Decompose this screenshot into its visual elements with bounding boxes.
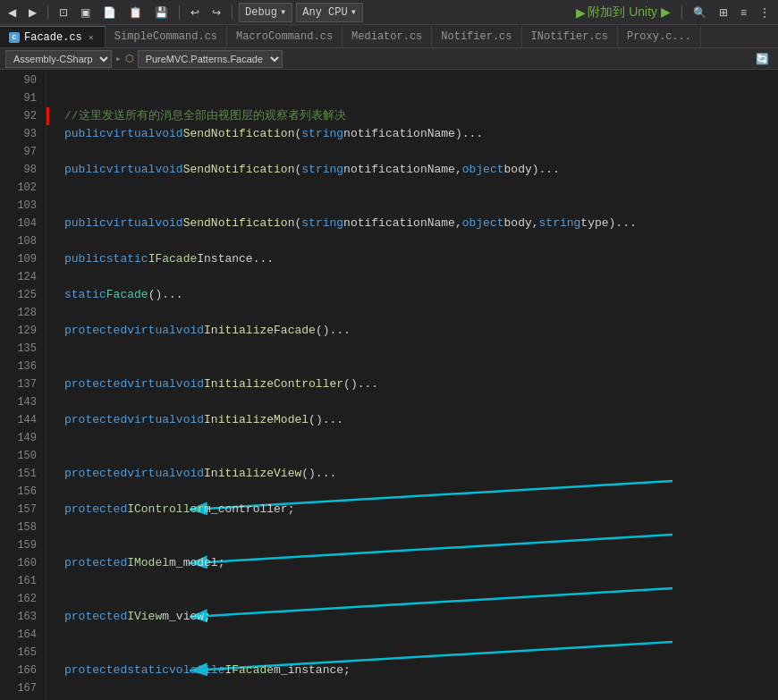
debug-chevron: ▾ (280, 5, 286, 19)
line-number-150: 150 (0, 447, 37, 465)
token-kw: static (106, 250, 148, 268)
line-number-162: 162 (0, 590, 37, 608)
back-button[interactable]: ◀ (4, 4, 21, 21)
line-number-166: 166 (0, 662, 37, 679)
token-kw: protected (64, 465, 127, 483)
cpu-dropdown[interactable]: Any CPU ▾ (296, 3, 363, 22)
code-line-136 (47, 358, 778, 375)
token-plain: ( (294, 215, 301, 232)
code-line-143 (47, 393, 778, 411)
code-line-164 (47, 626, 778, 644)
token-kw: static (64, 286, 106, 304)
token-method: InitializeController (204, 375, 343, 393)
code-line-137: protected virtual void InitializeControl… (47, 375, 778, 393)
tab-mediator[interactable]: Mediator.cs (342, 26, 432, 47)
code-line-91 (47, 89, 778, 107)
toolbar-icon-9[interactable]: ⋮ (755, 4, 774, 21)
token-method: SendNotification (183, 125, 295, 143)
undo-button[interactable]: ↩ (186, 4, 204, 21)
token-kw: void (176, 465, 204, 483)
toolbar-icon-6[interactable]: 🔍 (689, 4, 711, 21)
token-kw: protected (64, 554, 127, 572)
token-kw: protected (64, 662, 127, 679)
tab-macrocommand-label: MacroCommand.cs (236, 30, 333, 43)
token-kw: virtual (127, 322, 176, 340)
toolbar-icon-3[interactable]: 📄 (98, 4, 121, 21)
assembly-dropdown[interactable]: Assembly-CSharp (5, 50, 112, 68)
toolbar-icon-2[interactable]: ▣ (76, 4, 95, 21)
line-number-149: 149 (0, 429, 37, 447)
line-number-143: 143 (0, 393, 37, 411)
redo-button[interactable]: ↪ (207, 4, 225, 21)
code-line-150 (47, 447, 778, 465)
code-line-103 (47, 197, 778, 215)
tab-macrocommand[interactable]: MacroCommand.cs (227, 26, 342, 47)
token-plain: body, (504, 215, 539, 232)
tab-proxy-label: Proxy.c... (627, 30, 691, 43)
line-number-165: 165 (0, 644, 37, 662)
red-bookmark-line (47, 107, 49, 125)
toolbar-icon-5[interactable]: 💾 (150, 4, 173, 21)
token-method: InitializeView (204, 465, 301, 483)
token-method: InitializeFacade (204, 322, 316, 340)
toolbar-icon-1[interactable]: ⊡ (55, 4, 72, 21)
code-line-162 (47, 590, 778, 608)
line-number-97: 97 (0, 143, 37, 161)
line-number-103: 103 (0, 197, 37, 215)
token-method: SendNotification (183, 161, 295, 179)
code-line-109: public static IFacade Instance... (47, 250, 778, 268)
token-kw: virtual (106, 125, 156, 143)
toolbar-icon-8[interactable]: ≡ (736, 4, 751, 21)
attach-label: 附加到 Unity ▶ (588, 4, 671, 21)
line-number-98: 98 (0, 161, 37, 179)
tab-notifier[interactable]: Notifier.cs (432, 26, 521, 47)
code-line-151: protected virtual void InitializeView().… (47, 465, 778, 483)
code-line-108 (47, 232, 778, 250)
debug-dropdown[interactable]: Debug ▾ (239, 3, 292, 22)
tab-facade[interactable]: C Facade.cs ✕ (0, 26, 106, 47)
token-plain: ( (294, 161, 301, 179)
toolbar-icon-4[interactable]: 📋 (124, 4, 147, 21)
tab-mediator-label: Mediator.cs (351, 30, 422, 43)
code-line-90 (47, 72, 778, 89)
line-number-167: 167 (0, 679, 37, 697)
token-kw: protected (64, 411, 127, 429)
code-line-104: public virtual void SendNotification(str… (47, 215, 778, 232)
cpu-chevron: ▾ (351, 5, 357, 19)
tab-inotifier[interactable]: INotifier.cs (522, 26, 618, 47)
line-number-128: 128 (0, 304, 37, 322)
attach-unity-button[interactable]: ▶ 附加到 Unity ▶ (571, 3, 675, 22)
tab-simplecommand[interactable]: SimpleCommand.cs (106, 26, 227, 47)
code-line-156 (47, 483, 778, 501)
line-number-gutter: 9091929397981021031041081091241251281291… (0, 70, 47, 700)
line-number-151: 151 (0, 465, 37, 483)
token-plain: ()... (148, 286, 183, 304)
forward-button[interactable]: ▶ (24, 4, 41, 21)
tab-facade-icon: C (9, 32, 20, 43)
tab-proxy[interactable]: Proxy.c... (618, 26, 701, 47)
toolbar-sep-3 (232, 5, 233, 20)
code-line-92: //这里发送所有的消息全部由视图层的观察者列表解决 (47, 107, 778, 125)
code-area[interactable]: //这里发送所有的消息全部由视图层的观察者列表解决public virtual … (47, 70, 778, 700)
token-kw: virtual (127, 375, 176, 393)
nav-sync-button[interactable]: 🔄 (752, 52, 773, 66)
token-kw: public (64, 125, 106, 143)
token-kw: object (462, 161, 504, 179)
toolbar-icon-7[interactable]: ⊞ (715, 4, 732, 21)
token-kw: string (539, 215, 581, 232)
main-toolbar: ◀ ▶ ⊡ ▣ 📄 📋 💾 ↩ ↪ Debug ▾ Any CPU ▾ ▶ 附加… (0, 0, 778, 25)
line-number-163: 163 (0, 608, 37, 626)
token-plain: m_view; (162, 608, 211, 626)
code-line-166: protected static volatile IFacade m_inst… (47, 662, 778, 679)
namespace-dropdown[interactable]: PureMVC.Patterns.Facade (138, 50, 283, 68)
tab-facade-close[interactable]: ✕ (87, 31, 96, 44)
toolbar-sep-1 (47, 5, 48, 20)
token-kw: virtual (106, 215, 156, 232)
token-kw: protected (64, 322, 127, 340)
token-kw: void (155, 125, 182, 143)
code-line-128 (47, 304, 778, 322)
line-number-92: 92 (0, 107, 37, 125)
play-icon: ▶ (576, 5, 586, 20)
token-kw: virtual (106, 161, 156, 179)
token-iface: IFacade (224, 662, 274, 679)
